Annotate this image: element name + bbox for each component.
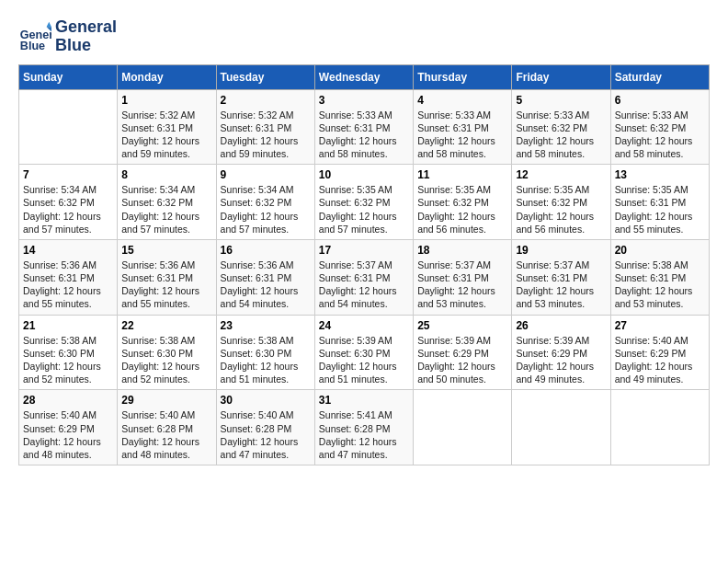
header-sunday: Sunday: [19, 64, 118, 89]
week-row-2: 7Sunrise: 5:34 AM Sunset: 6:32 PM Daylig…: [19, 165, 710, 240]
calendar-cell: 17Sunrise: 5:37 AM Sunset: 6:31 PM Dayli…: [314, 239, 413, 315]
day-info: Sunrise: 5:33 AM Sunset: 6:32 PM Dayligh…: [516, 109, 606, 161]
calendar-cell: 9Sunrise: 5:34 AM Sunset: 6:32 PM Daylig…: [216, 165, 314, 240]
day-number: 17: [319, 244, 409, 257]
day-info: Sunrise: 5:33 AM Sunset: 6:31 PM Dayligh…: [417, 109, 507, 161]
day-number: 13: [615, 168, 705, 181]
calendar-cell: 21Sunrise: 5:38 AM Sunset: 6:30 PM Dayli…: [19, 315, 118, 390]
day-number: 24: [319, 319, 409, 332]
day-number: 12: [516, 168, 606, 181]
header-friday: Friday: [512, 64, 610, 89]
day-number: 10: [319, 168, 409, 181]
logo: General Blue General Blue: [18, 18, 117, 55]
calendar-cell: [512, 390, 610, 465]
calendar-cell: 24Sunrise: 5:39 AM Sunset: 6:30 PM Dayli…: [314, 315, 413, 390]
day-number: 4: [417, 94, 507, 107]
calendar-cell: 2Sunrise: 5:32 AM Sunset: 6:31 PM Daylig…: [216, 89, 314, 165]
day-number: 16: [221, 244, 311, 257]
day-number: 31: [319, 394, 409, 407]
calendar-cell: 16Sunrise: 5:36 AM Sunset: 6:31 PM Dayli…: [216, 239, 314, 315]
svg-text:Blue: Blue: [20, 39, 45, 52]
logo-icon: General Blue: [18, 20, 51, 53]
day-info: Sunrise: 5:40 AM Sunset: 6:28 PM Dayligh…: [121, 408, 211, 461]
day-number: 20: [615, 244, 705, 257]
header-wednesday: Wednesday: [314, 64, 413, 89]
day-info: Sunrise: 5:35 AM Sunset: 6:32 PM Dayligh…: [516, 183, 606, 236]
day-number: 19: [516, 244, 606, 257]
day-info: Sunrise: 5:36 AM Sunset: 6:31 PM Dayligh…: [23, 259, 113, 311]
day-number: 30: [221, 394, 311, 407]
day-info: Sunrise: 5:41 AM Sunset: 6:28 PM Dayligh…: [319, 408, 409, 461]
day-info: Sunrise: 5:38 AM Sunset: 6:30 PM Dayligh…: [121, 334, 211, 386]
calendar-cell: 25Sunrise: 5:39 AM Sunset: 6:29 PM Dayli…: [414, 315, 512, 390]
day-number: 9: [221, 168, 311, 181]
day-info: Sunrise: 5:40 AM Sunset: 6:28 PM Dayligh…: [221, 408, 311, 461]
day-number: 23: [221, 319, 311, 332]
calendar-cell: 15Sunrise: 5:36 AM Sunset: 6:31 PM Dayli…: [118, 239, 216, 315]
header-monday: Monday: [118, 64, 216, 89]
day-number: 29: [121, 394, 211, 407]
day-info: Sunrise: 5:39 AM Sunset: 6:30 PM Dayligh…: [319, 334, 409, 386]
day-number: 7: [23, 168, 113, 181]
day-number: 15: [121, 244, 211, 257]
day-info: Sunrise: 5:34 AM Sunset: 6:32 PM Dayligh…: [221, 183, 311, 236]
day-number: 5: [516, 94, 606, 107]
day-info: Sunrise: 5:35 AM Sunset: 6:32 PM Dayligh…: [417, 183, 507, 236]
day-number: 6: [615, 94, 705, 107]
calendar-cell: 4Sunrise: 5:33 AM Sunset: 6:31 PM Daylig…: [414, 89, 512, 165]
calendar-cell: [414, 390, 512, 465]
day-info: Sunrise: 5:34 AM Sunset: 6:32 PM Dayligh…: [23, 183, 113, 236]
page-header: General Blue General Blue: [18, 18, 710, 55]
calendar-table: SundayMondayTuesdayWednesdayThursdayFrid…: [18, 64, 710, 465]
calendar-cell: 29Sunrise: 5:40 AM Sunset: 6:28 PM Dayli…: [118, 390, 216, 465]
day-info: Sunrise: 5:34 AM Sunset: 6:32 PM Dayligh…: [121, 183, 211, 236]
day-number: 2: [221, 94, 311, 107]
calendar-cell: 20Sunrise: 5:38 AM Sunset: 6:31 PM Dayli…: [610, 239, 709, 315]
week-row-1: 1Sunrise: 5:32 AM Sunset: 6:31 PM Daylig…: [19, 89, 710, 165]
day-info: Sunrise: 5:39 AM Sunset: 6:29 PM Dayligh…: [417, 334, 507, 386]
day-info: Sunrise: 5:38 AM Sunset: 6:30 PM Dayligh…: [23, 334, 113, 386]
day-info: Sunrise: 5:33 AM Sunset: 6:32 PM Dayligh…: [615, 109, 705, 161]
day-number: 22: [121, 319, 211, 332]
day-number: 14: [23, 244, 113, 257]
day-info: Sunrise: 5:35 AM Sunset: 6:32 PM Dayligh…: [319, 183, 409, 236]
calendar-cell: 18Sunrise: 5:37 AM Sunset: 6:31 PM Dayli…: [414, 239, 512, 315]
day-number: 26: [516, 319, 606, 332]
calendar-cell: 12Sunrise: 5:35 AM Sunset: 6:32 PM Dayli…: [512, 165, 610, 240]
day-number: 25: [417, 319, 507, 332]
day-info: Sunrise: 5:38 AM Sunset: 6:31 PM Dayligh…: [615, 259, 705, 311]
day-number: 21: [23, 319, 113, 332]
calendar-cell: 10Sunrise: 5:35 AM Sunset: 6:32 PM Dayli…: [314, 165, 413, 240]
calendar-cell: 13Sunrise: 5:35 AM Sunset: 6:31 PM Dayli…: [610, 165, 709, 240]
calendar-cell: 11Sunrise: 5:35 AM Sunset: 6:32 PM Dayli…: [414, 165, 512, 240]
day-number: 3: [319, 94, 409, 107]
day-info: Sunrise: 5:37 AM Sunset: 6:31 PM Dayligh…: [516, 259, 606, 311]
calendar-cell: 31Sunrise: 5:41 AM Sunset: 6:28 PM Dayli…: [314, 390, 413, 465]
calendar-cell: 8Sunrise: 5:34 AM Sunset: 6:32 PM Daylig…: [118, 165, 216, 240]
header-saturday: Saturday: [610, 64, 709, 89]
day-info: Sunrise: 5:38 AM Sunset: 6:30 PM Dayligh…: [221, 334, 311, 386]
day-number: 8: [121, 168, 211, 181]
day-info: Sunrise: 5:32 AM Sunset: 6:31 PM Dayligh…: [221, 109, 311, 161]
day-info: Sunrise: 5:36 AM Sunset: 6:31 PM Dayligh…: [221, 259, 311, 311]
header-tuesday: Tuesday: [216, 64, 314, 89]
day-info: Sunrise: 5:36 AM Sunset: 6:31 PM Dayligh…: [121, 259, 211, 311]
calendar-cell: 14Sunrise: 5:36 AM Sunset: 6:31 PM Dayli…: [19, 239, 118, 315]
day-info: Sunrise: 5:40 AM Sunset: 6:29 PM Dayligh…: [23, 408, 113, 461]
calendar-cell: 7Sunrise: 5:34 AM Sunset: 6:32 PM Daylig…: [19, 165, 118, 240]
svg-marker-2: [47, 22, 51, 27]
day-info: Sunrise: 5:35 AM Sunset: 6:31 PM Dayligh…: [615, 183, 705, 236]
calendar-cell: 26Sunrise: 5:39 AM Sunset: 6:29 PM Dayli…: [512, 315, 610, 390]
day-number: 11: [417, 168, 507, 181]
day-info: Sunrise: 5:37 AM Sunset: 6:31 PM Dayligh…: [417, 259, 507, 311]
day-number: 28: [23, 394, 113, 407]
calendar-cell: 22Sunrise: 5:38 AM Sunset: 6:30 PM Dayli…: [118, 315, 216, 390]
calendar-cell: 5Sunrise: 5:33 AM Sunset: 6:32 PM Daylig…: [512, 89, 610, 165]
week-row-5: 28Sunrise: 5:40 AM Sunset: 6:29 PM Dayli…: [19, 390, 710, 465]
logo-text: General Blue: [55, 18, 117, 55]
calendar-cell: 1Sunrise: 5:32 AM Sunset: 6:31 PM Daylig…: [118, 89, 216, 165]
calendar-header-row: SundayMondayTuesdayWednesdayThursdayFrid…: [19, 64, 710, 89]
day-number: 1: [121, 94, 211, 107]
day-info: Sunrise: 5:32 AM Sunset: 6:31 PM Dayligh…: [121, 109, 211, 161]
calendar-cell: 30Sunrise: 5:40 AM Sunset: 6:28 PM Dayli…: [216, 390, 314, 465]
